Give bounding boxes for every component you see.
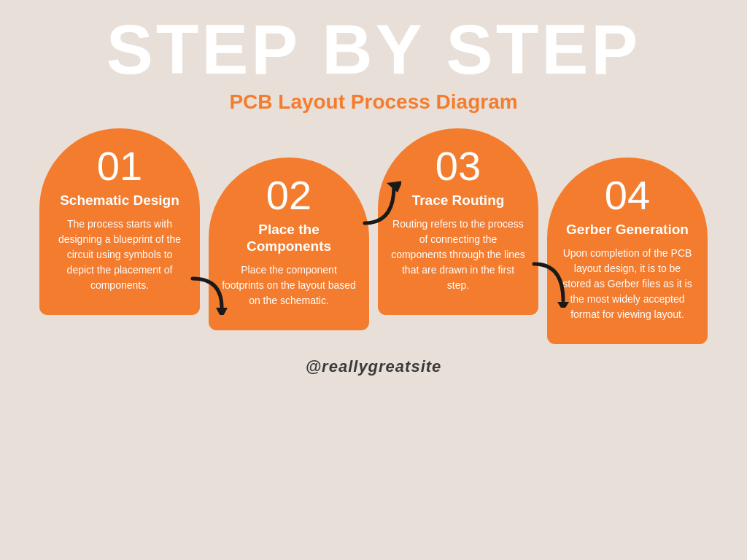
step-3-card: 03 Trace Routing Routing refers to the p… [378,128,538,315]
step-3-number: 03 [436,146,481,187]
arrow-2-3-icon [357,179,401,230]
step-1-desc: The process starts with designing a blue… [53,217,187,293]
step-1-title: Schematic Design [60,192,179,209]
arrow-3-4-icon [527,257,570,308]
step-2-number: 02 [266,175,311,216]
step-1-wrapper: 01 Schematic Design The process starts w… [39,128,200,315]
step-3-wrapper: 03 Trace Routing Routing refers to the p… [378,128,538,315]
steps-container: 01 Schematic Design The process starts w… [0,128,747,344]
step-4-card: 04 Gerber Generation Upon completion of … [547,158,708,344]
subtitle: PCB Layout Process Diagram [229,90,517,114]
step-2-desc: Place the component footprints on the la… [222,262,356,308]
step-4-wrapper: 04 Gerber Generation Upon completion of … [547,158,708,344]
svg-marker-2 [557,302,569,308]
step-2-title: Place the Components [222,222,356,255]
arrow-1-2-icon [185,271,229,315]
footer-handle: @reallygreatsite [306,357,442,376]
step-2-wrapper: 02 Place the Components Place the compon… [209,158,369,330]
step-4-desc: Upon completion of the PCB layout design… [560,246,694,322]
svg-marker-0 [216,308,228,315]
step-2-card: 02 Place the Components Place the compon… [209,158,369,330]
step-3-desc: Routing refers to the process of connect… [391,217,525,293]
step-3-title: Trace Routing [412,192,505,209]
step-1-card: 01 Schematic Design The process starts w… [39,128,200,315]
step-1-number: 01 [97,146,142,187]
step-4-title: Gerber Generation [566,222,689,238]
step-4-number: 04 [605,175,650,216]
main-title: STEP BY STEP [107,15,641,85]
